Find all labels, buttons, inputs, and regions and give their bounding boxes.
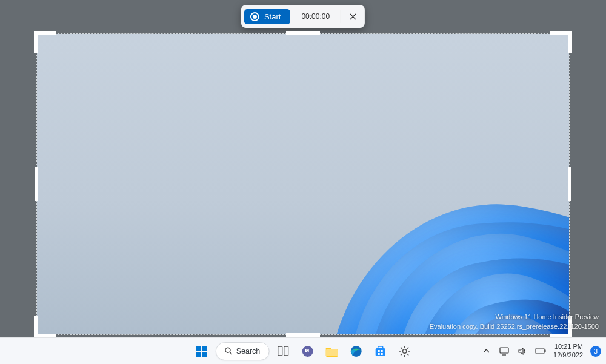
svg-rect-6 xyxy=(278,346,282,356)
resize-handle-bottom[interactable] xyxy=(286,333,320,337)
svg-point-4 xyxy=(225,348,230,352)
svg-rect-14 xyxy=(381,350,382,352)
settings-button[interactable] xyxy=(394,341,415,362)
clock-time: 10:21 PM xyxy=(553,343,583,351)
capture-selection-area[interactable] xyxy=(36,33,570,335)
start-button-label: Start xyxy=(264,12,281,21)
notification-count: 3 xyxy=(594,348,598,355)
svg-rect-0 xyxy=(196,346,201,351)
svg-rect-12 xyxy=(378,346,382,349)
speaker-icon xyxy=(518,347,527,356)
battery-icon xyxy=(535,348,546,354)
chat-button[interactable] xyxy=(297,341,318,362)
search-button[interactable]: Search xyxy=(216,342,270,360)
search-icon xyxy=(225,347,233,355)
battery-icon-button[interactable] xyxy=(535,346,546,357)
taskbar-center: Search xyxy=(191,341,415,362)
search-label: Search xyxy=(236,347,261,356)
svg-line-5 xyxy=(230,352,232,354)
svg-rect-26 xyxy=(500,348,508,353)
chevron-up-icon xyxy=(483,349,490,354)
windows-logo-icon xyxy=(196,345,208,357)
svg-line-23 xyxy=(407,354,408,355)
svg-rect-29 xyxy=(545,350,546,352)
svg-rect-7 xyxy=(284,346,288,356)
watermark-line-1: Windows 11 Home Insider Preview xyxy=(430,313,599,322)
recording-timer: 00:00:00 xyxy=(293,12,338,21)
close-icon xyxy=(350,13,356,20)
start-recording-button[interactable]: Start xyxy=(244,9,290,24)
edge-icon xyxy=(350,345,362,357)
svg-rect-28 xyxy=(536,348,544,354)
edge-browser-button[interactable] xyxy=(345,341,366,362)
svg-line-25 xyxy=(407,347,408,348)
resize-handle-top[interactable] xyxy=(286,31,320,35)
microsoft-store-button[interactable] xyxy=(370,341,390,362)
chat-icon xyxy=(301,345,313,357)
svg-rect-2 xyxy=(196,352,201,357)
tray-overflow-button[interactable] xyxy=(481,346,491,357)
folder-icon xyxy=(325,346,338,357)
file-explorer-button[interactable] xyxy=(321,341,342,362)
system-tray: 10:21 PM 12/9/2022 3 xyxy=(481,343,606,359)
toolbar-divider xyxy=(341,10,341,23)
watermark-line-2: Evaluation copy. Build 25252.rs_prerelea… xyxy=(430,322,599,331)
desktop-wallpaper xyxy=(37,34,569,334)
svg-rect-9 xyxy=(325,349,338,356)
clock-date: 12/9/2022 xyxy=(553,351,583,359)
resize-handle-left[interactable] xyxy=(35,167,38,201)
gear-icon xyxy=(398,345,410,357)
svg-point-17 xyxy=(402,349,406,352)
svg-rect-1 xyxy=(202,346,207,351)
record-icon xyxy=(250,12,259,21)
volume-icon-button[interactable] xyxy=(517,346,528,357)
evaluation-watermark: Windows 11 Home Insider Preview Evaluati… xyxy=(430,313,599,331)
svg-rect-16 xyxy=(381,353,382,355)
close-recorder-button[interactable] xyxy=(344,8,362,25)
store-icon xyxy=(374,345,386,357)
task-view-icon xyxy=(278,346,289,356)
svg-rect-3 xyxy=(202,352,207,357)
monitor-icon xyxy=(499,347,509,356)
svg-rect-15 xyxy=(378,353,379,355)
resize-handle-right[interactable] xyxy=(568,167,571,201)
clock-button[interactable]: 10:21 PM 12/9/2022 xyxy=(553,343,583,359)
svg-rect-11 xyxy=(375,348,385,356)
start-menu-button[interactable] xyxy=(191,341,212,362)
task-view-button[interactable] xyxy=(273,341,293,362)
network-icon-button[interactable] xyxy=(499,346,510,357)
recorder-toolbar: Start 00:00:00 xyxy=(241,5,365,28)
svg-rect-13 xyxy=(378,350,379,352)
taskbar: Search xyxy=(0,337,606,364)
svg-line-24 xyxy=(401,354,402,355)
svg-line-22 xyxy=(401,347,402,348)
notification-center-button[interactable]: 3 xyxy=(590,346,601,357)
